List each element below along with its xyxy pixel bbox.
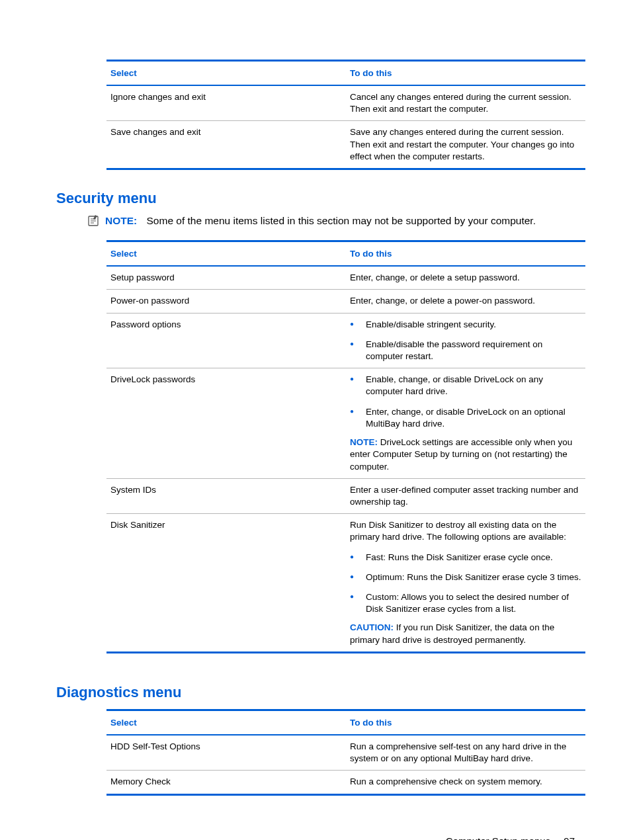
table-row: Save changes and exit Save any changes e… [106, 121, 585, 169]
table-row: Setup password Enter, change, or delete … [106, 266, 585, 290]
cell-todo: Run a comprehensive check on system memo… [346, 771, 585, 794]
cell-select: DriveLock passwords [106, 368, 346, 479]
table-row: Memory Check Run a comprehensive check o… [106, 771, 585, 794]
diagnostics-table: Select To do this HDD Self-Test Options … [106, 709, 585, 796]
list-item: Fast: Runs the Disk Sanitizer erase cycl… [350, 552, 581, 564]
cell-select: Ignore changes and exit [106, 85, 346, 121]
cell-todo: Enter, change, or delete a setup passwor… [346, 266, 585, 290]
col-select: Select [106, 241, 346, 267]
cell-select: Save changes and exit [106, 121, 346, 169]
intro-text: Run Disk Sanitizer to destroy all existi… [350, 519, 581, 543]
table-row: Disk Sanitizer Run Disk Sanitizer to des… [106, 514, 585, 653]
note-icon [88, 215, 100, 230]
cell-todo: Run a comprehensive self-test on any har… [346, 735, 585, 771]
col-select: Select [106, 710, 346, 735]
cell-select: Disk Sanitizer [106, 514, 346, 653]
note-text: Some of the menu items listed in this se… [147, 215, 536, 226]
exit-table: Select To do this Ignore changes and exi… [106, 60, 585, 170]
cell-todo: Run Disk Sanitizer to destroy all existi… [346, 514, 585, 653]
col-todo: To do this [346, 241, 585, 267]
list-item: Optimum: Runs the Disk Sanitizer erase c… [350, 571, 581, 583]
page-footer: Computer Setup menus 97 [56, 835, 575, 840]
table-row: System IDs Enter a user-defined computer… [106, 478, 585, 513]
cell-todo: Save any changes entered during the curr… [346, 121, 585, 169]
cell-select: Power-on password [106, 290, 346, 313]
list-item: Enable/disable stringent security. [350, 319, 581, 331]
security-note: NOTE: Some of the menu items listed in t… [88, 215, 575, 230]
col-select: Select [106, 61, 346, 86]
col-todo: To do this [346, 61, 585, 86]
note-label: NOTE: [105, 215, 137, 226]
cell-todo: Enter, change, or delete a power-on pass… [346, 290, 585, 313]
cell-todo: Enable, change, or disable DriveLock on … [346, 368, 585, 479]
table-row: HDD Self-Test Options Run a comprehensiv… [106, 735, 585, 771]
note-text: DriveLock settings are accessible only w… [350, 437, 572, 471]
list-item: Enter, change, or disable DriveLock on a… [350, 406, 581, 430]
table-row: Password options Enable/disable stringen… [106, 313, 585, 368]
col-todo: To do this [346, 710, 585, 735]
list-item: Enable/disable the password requirement … [350, 339, 581, 362]
table-row: Power-on password Enter, change, or dele… [106, 290, 585, 313]
cell-select: System IDs [106, 478, 346, 513]
cell-select: Memory Check [106, 771, 346, 794]
footer-text: Computer Setup menus [446, 835, 550, 840]
list-item: Enable, change, or disable DriveLock on … [350, 374, 581, 398]
page-number: 97 [564, 835, 575, 840]
cell-select: Setup password [106, 266, 346, 290]
cell-todo: Enter a user-defined computer asset trac… [346, 478, 585, 513]
cell-select: HDD Self-Test Options [106, 735, 346, 771]
note-label: NOTE: [350, 437, 378, 447]
cell-todo: Cancel any changes entered during the cu… [346, 85, 585, 121]
cell-todo: Enable/disable stringent security. Enabl… [346, 313, 585, 368]
diagnostics-heading: Diagnostics menu [56, 684, 575, 701]
table-row: DriveLock passwords Enable, change, or d… [106, 368, 585, 479]
security-heading: Security menu [56, 190, 575, 207]
cell-select: Password options [106, 313, 346, 368]
security-table: Select To do this Setup password Enter, … [106, 240, 585, 653]
caution-label: CAUTION: [350, 622, 394, 632]
list-item: Custom: Allows you to select the desired… [350, 591, 581, 615]
table-row: Ignore changes and exit Cancel any chang… [106, 85, 585, 121]
